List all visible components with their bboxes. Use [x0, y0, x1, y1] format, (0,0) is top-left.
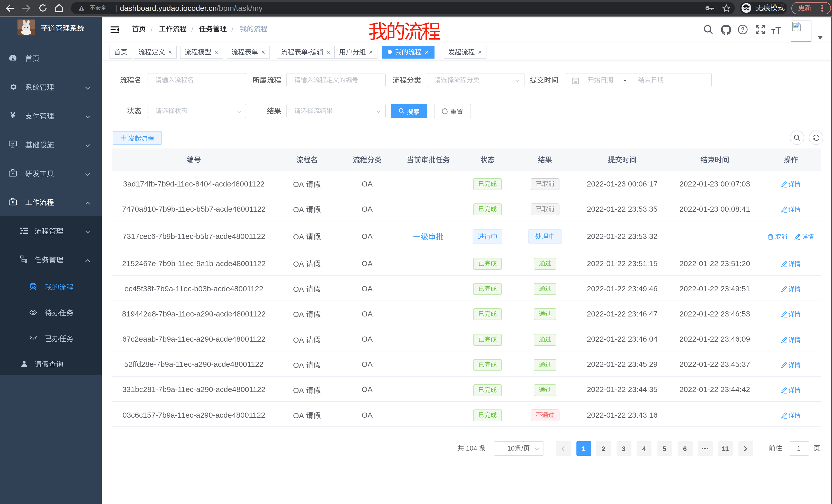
svg-text:?: ?: [741, 26, 745, 33]
